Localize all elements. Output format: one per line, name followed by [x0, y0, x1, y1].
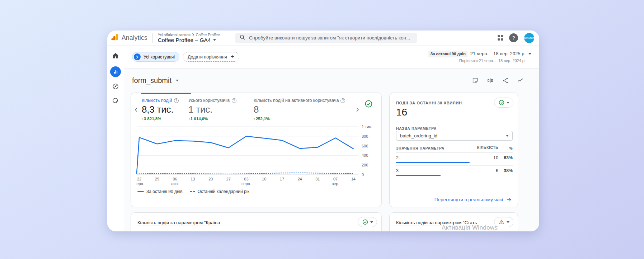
- metric-value: 8: [254, 104, 345, 115]
- svg-text:вер.: вер.: [332, 182, 339, 186]
- account-breadcrumb[interactable]: Усі облікові записи ❯ Coffee Proffee Cof…: [158, 33, 220, 43]
- card-status-menu[interactable]: [494, 98, 513, 108]
- comparison-icon[interactable]: [485, 76, 495, 85]
- svg-text:400: 400: [362, 153, 368, 157]
- reports-icon[interactable]: [110, 66, 121, 77]
- chevron-down-icon: [528, 53, 531, 55]
- svg-text:06: 06: [173, 177, 177, 181]
- product-name: Analytics: [122, 34, 147, 42]
- param-name-select[interactable]: batch_ordering_id: [396, 131, 513, 141]
- analytics-window: Analytics Усі облікові записи ❯ Coffee P…: [107, 30, 539, 231]
- dashed-line-swatch: [190, 191, 195, 192]
- date-range-value: 21 черв. – 18 вер. 2025 р.: [470, 51, 526, 57]
- warning-icon: [498, 219, 505, 225]
- date-range-picker[interactable]: За останні 90 днів 21 черв. – 18 вер. 20…: [428, 51, 531, 63]
- desktop-background: Analytics Усі облікові записи ❯ Coffee P…: [0, 0, 644, 259]
- app-bar: Analytics Усі облікові записи ❯ Coffee P…: [107, 30, 539, 46]
- search-input[interactable]: [249, 35, 413, 41]
- svg-text:0: 0: [362, 173, 364, 177]
- solid-line-swatch: [137, 191, 144, 192]
- table-row[interactable]: 3 6 38%: [396, 166, 513, 178]
- value-bar: [396, 162, 470, 163]
- view-realtime-link[interactable]: Переглянути в реальному часі: [434, 197, 512, 203]
- svg-text:800: 800: [362, 134, 368, 138]
- svg-text:600: 600: [362, 144, 368, 148]
- account-avatar[interactable]: SPRAVA: [524, 33, 534, 43]
- add-comparison-chip[interactable]: Додати порівняння: [183, 52, 239, 62]
- realtime-events-card: ПОДІЇ ЗА ОСТАННІ 30 ХВИЛИН 16 НАЗВА ПАРА…: [389, 93, 518, 207]
- metric-help-icon[interactable]: ?: [232, 98, 236, 103]
- svg-text:10: 10: [262, 177, 266, 181]
- search-bar[interactable]: [235, 33, 417, 43]
- metric-delta: ↑1 014,0%: [188, 117, 254, 121]
- trend-chart-svg: 02004006008001 тис.22черв.2906лип.132027…: [136, 124, 376, 188]
- analytics-logo-icon[interactable]: [111, 33, 119, 43]
- compare-range-value: Порівняти:21 черв. – 18 вер. 2024 р.: [428, 58, 526, 63]
- svg-text:13: 13: [191, 177, 195, 181]
- insights-icon[interactable]: [516, 76, 525, 85]
- help-icon[interactable]: ?: [509, 33, 518, 42]
- svg-text:14: 14: [351, 177, 356, 181]
- share-icon[interactable]: [500, 76, 510, 85]
- event-selector[interactable]: form_submit: [132, 76, 179, 85]
- value-bar: [396, 175, 441, 176]
- card-status-menu[interactable]: [358, 217, 377, 227]
- explore-icon[interactable]: [112, 83, 119, 91]
- svg-text:29: 29: [155, 177, 159, 181]
- users-badge-icon: У: [134, 53, 141, 60]
- plus-icon: [230, 54, 235, 60]
- events-trend-card: Кількість подій ? 8,3 тис. ↑3 821,8% Усь…: [131, 93, 382, 207]
- chevron-down-icon: [176, 80, 179, 81]
- apps-grid-icon[interactable]: [498, 35, 503, 41]
- svg-text:серп.: серп.: [241, 182, 251, 186]
- chart-legend: За останні 90 днів Останній календарний …: [137, 189, 249, 194]
- svg-text:07: 07: [333, 177, 338, 181]
- metric-value: 1 тис.: [188, 104, 254, 115]
- svg-text:1 тис.: 1 тис.: [362, 124, 372, 129]
- param-values-table: ЗНАЧЕННЯ ПАРАМЕТРА КІЛЬКІСТЬ % 2 10 63%: [396, 145, 513, 178]
- metric-help-icon[interactable]: ?: [174, 98, 179, 103]
- notes-icon[interactable]: [470, 76, 480, 85]
- status-ok-icon[interactable]: [364, 99, 373, 110]
- report-content: У Усі користувачі Додати порівняння За о…: [124, 46, 539, 231]
- arrow-right-icon: [506, 197, 512, 203]
- metric-delta: ↑252,1%: [254, 117, 345, 121]
- all-users-chip[interactable]: У Усі користувачі: [132, 52, 179, 62]
- chevron-down-icon: [370, 221, 373, 223]
- page-title[interactable]: form_submit: [132, 76, 171, 85]
- chevron-down-icon: [213, 39, 216, 41]
- metric-help-icon[interactable]: ?: [340, 98, 345, 103]
- metric-tabs: Кількість подій ? 8,3 тис. ↑3 821,8% Усь…: [142, 98, 345, 121]
- legend-previous-period: Останній календарний рік: [190, 189, 249, 194]
- property-selector[interactable]: Coffee Proffee – GA4: [158, 37, 211, 43]
- status-ok-icon: [498, 99, 505, 106]
- svg-text:17: 17: [280, 177, 284, 181]
- card-title[interactable]: Кількість подій за параметром "Країна: [137, 220, 220, 225]
- svg-text:27: 27: [226, 177, 231, 181]
- tab-total-users[interactable]: Усього користувачів ? 1 тис. ↑1 014,0%: [188, 98, 254, 121]
- home-icon[interactable]: [112, 52, 119, 61]
- legend-current-period: За останні 90 днів: [137, 189, 183, 194]
- left-nav: [107, 46, 124, 231]
- chevron-left-icon[interactable]: [132, 106, 140, 114]
- header-divider: [152, 33, 153, 43]
- metric-delta: ↑3 821,8%: [142, 117, 188, 121]
- report-header: form_submit: [124, 69, 539, 93]
- status-ok-icon: [362, 219, 368, 225]
- svg-text:лип.: лип.: [171, 182, 179, 186]
- svg-text:черв.: черв.: [136, 182, 144, 186]
- table-row[interactable]: 2 10 63%: [396, 153, 513, 166]
- metric-value: 8,3 тис.: [142, 104, 188, 115]
- svg-text:200: 200: [362, 163, 368, 167]
- sortable-column[interactable]: КІЛЬКІСТЬ: [477, 145, 498, 150]
- windows-activation-watermark: Активація Windows: [442, 224, 498, 231]
- date-preset-label: За останні 90 днів: [428, 51, 467, 57]
- chevron-right-icon[interactable]: [353, 106, 361, 114]
- tab-event-count[interactable]: Кількість подій ? 8,3 тис. ↑3 821,8%: [142, 98, 188, 121]
- svg-text:03: 03: [244, 177, 248, 181]
- chevron-right-icon: ❯: [192, 33, 194, 36]
- advertising-icon[interactable]: [112, 97, 119, 106]
- tab-events-per-user[interactable]: Кількість подій на активного користувача…: [254, 98, 345, 121]
- breadcrumb[interactable]: Усі облікові записи ❯ Coffee Proffee: [158, 33, 220, 37]
- param-name-label: НАЗВА ПАРАМЕТРА: [396, 126, 437, 131]
